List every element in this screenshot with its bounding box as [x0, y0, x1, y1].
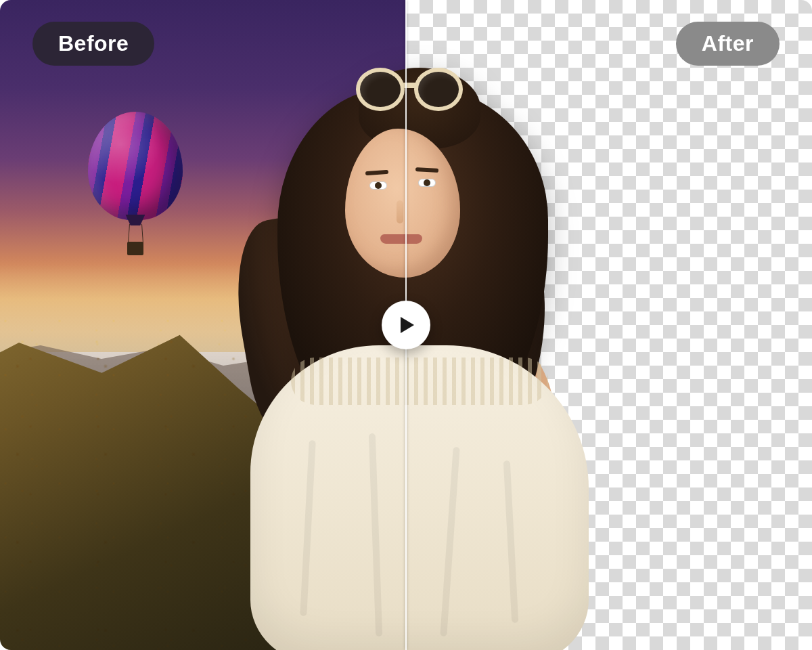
play-icon: [399, 316, 415, 334]
after-label: After: [702, 31, 754, 56]
sunglasses-icon: [359, 66, 460, 114]
play-button[interactable]: [382, 301, 430, 349]
sunglass-frame: [414, 68, 463, 111]
eye: [369, 181, 387, 190]
sunglass-bridge: [401, 83, 418, 88]
balloon-rope: [128, 224, 130, 243]
balloon-basket: [127, 242, 143, 255]
balloon-skirt: [123, 215, 148, 225]
before-label: Before: [58, 31, 129, 56]
before-after-comparison: Before After: [0, 0, 812, 650]
before-badge: Before: [32, 22, 154, 66]
sunglass-frame: [356, 68, 405, 111]
hot-air-balloon: [88, 112, 183, 261]
after-badge: After: [676, 22, 780, 66]
nose: [397, 200, 403, 223]
balloon-rope: [141, 224, 143, 243]
balloon-envelope: [88, 112, 183, 220]
mouth: [380, 234, 422, 244]
eye: [418, 179, 436, 187]
